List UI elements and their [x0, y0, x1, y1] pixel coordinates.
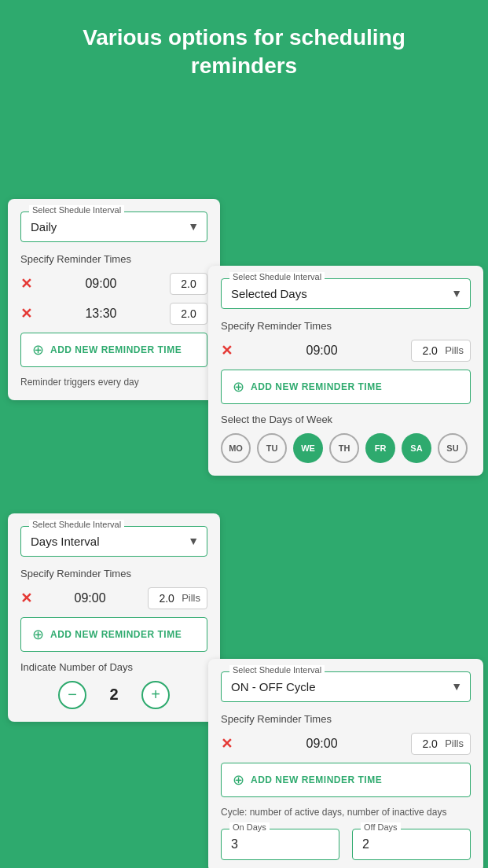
day-btn-tu[interactable]: TU	[257, 433, 287, 463]
page-title: Various options for scheduling reminders	[0, 0, 488, 97]
day-btn-sa[interactable]: SA	[402, 433, 431, 463]
days-of-week-label: Select the Days of Week	[221, 414, 471, 425]
daily-footer-note: Reminder triggers every day	[20, 377, 207, 388]
reminder-times-label-cycle: Specify Reminder Times	[221, 713, 471, 725]
remove-reminder-1-daily[interactable]: ✕	[20, 275, 32, 292]
off-days-label: Off Days	[361, 822, 401, 832]
off-days-value: 2	[362, 837, 460, 851]
pill-amount-1-daily[interactable]: 2.0	[170, 273, 207, 295]
schedule-interval-select-daily[interactable]: Select Shedule Interval Daily ▼	[20, 211, 207, 242]
add-reminder-text-interval: ADD NEW REMINDER TIME	[50, 629, 182, 640]
reminder-times-label-daily: Specify Reminder Times	[20, 253, 207, 265]
add-reminder-text-cycle: ADD NEW REMINDER TIME	[251, 774, 382, 785]
interval-label: Indicate Number of Days	[20, 661, 207, 673]
pill-amount-1-cycle[interactable]: 2.0 Pills	[411, 733, 471, 755]
stepper-plus-btn[interactable]: +	[141, 681, 170, 709]
reminder-row-1-cycle: ✕ 09:00 2.0 Pills	[221, 733, 471, 755]
select-value-selected: Selected Days	[222, 279, 470, 308]
pill-amount-2-daily[interactable]: 2.0	[170, 303, 207, 325]
on-days-label: On Days	[229, 822, 270, 832]
reminder-time-1-cycle: 09:00	[240, 737, 403, 751]
add-reminder-btn-daily[interactable]: ⊕ ADD NEW REMINDER TIME	[20, 333, 207, 367]
day-btn-fr[interactable]: FR	[365, 433, 395, 463]
select-label-selected: Select Shedule Interval	[229, 272, 325, 281]
chevron-down-icon-selected: ▼	[451, 287, 462, 300]
pill-amount-1-interval[interactable]: 2.0 Pills	[148, 587, 207, 609]
day-btn-mo[interactable]: MO	[221, 433, 251, 463]
card-days-interval: Select Shedule Interval Days Interval ▼ …	[8, 513, 220, 722]
add-reminder-btn-cycle[interactable]: ⊕ ADD NEW REMINDER TIME	[221, 763, 471, 797]
plus-circle-icon-cycle: ⊕	[233, 771, 244, 789]
stepper-value: 2	[102, 686, 126, 704]
reminder-time-1-selected: 09:00	[240, 344, 403, 358]
plus-circle-icon-daily: ⊕	[32, 341, 44, 359]
remove-reminder-1-interval[interactable]: ✕	[20, 590, 32, 607]
schedule-interval-select-cycle[interactable]: Select Shedule Interval ON - OFF Cycle ▼	[221, 671, 471, 702]
card-on-off-cycle: Select Shedule Interval ON - OFF Cycle ▼…	[208, 659, 483, 868]
plus-circle-icon-selected: ⊕	[233, 378, 244, 395]
add-reminder-text-selected: ADD NEW REMINDER TIME	[251, 381, 382, 392]
chevron-down-icon-interval: ▼	[188, 535, 199, 547]
day-btn-we[interactable]: WE	[293, 433, 323, 463]
off-days-field[interactable]: Off Days 2	[352, 829, 471, 860]
cycle-days-row: On Days 3 Off Days 2	[221, 829, 471, 860]
schedule-interval-select-selected[interactable]: Select Shedule Interval Selected Days ▼	[221, 278, 471, 309]
remove-reminder-1-selected[interactable]: ✕	[221, 342, 233, 359]
add-reminder-btn-interval[interactable]: ⊕ ADD NEW REMINDER TIME	[20, 617, 207, 652]
day-btn-th[interactable]: TH	[329, 433, 359, 463]
select-label-cycle: Select Shedule Interval	[229, 665, 325, 675]
reminder-row-1-daily: ✕ 09:00 2.0	[20, 273, 207, 295]
on-days-field[interactable]: On Days 3	[221, 829, 339, 860]
add-reminder-btn-selected[interactable]: ⊕ ADD NEW REMINDER TIME	[221, 370, 471, 404]
select-label-daily: Select Shedule Interval	[29, 205, 124, 215]
reminder-time-1-interval: 09:00	[40, 591, 140, 605]
schedule-interval-select-interval[interactable]: Select Shedule Interval Days Interval ▼	[20, 526, 207, 557]
select-value-interval: Days Interval	[21, 527, 207, 556]
remove-reminder-1-cycle[interactable]: ✕	[221, 735, 233, 752]
reminder-row-2-daily: ✕ 13:30 2.0	[20, 303, 207, 325]
plus-circle-icon-interval: ⊕	[32, 626, 44, 643]
reminder-times-label-interval: Specify Reminder Times	[20, 568, 207, 579]
card-selected-days: Select Shedule Interval Selected Days ▼ …	[208, 266, 483, 476]
add-reminder-text-daily: ADD NEW REMINDER TIME	[50, 344, 182, 355]
days-row: MO TU WE TH FR SA SU	[221, 433, 471, 463]
on-days-value: 3	[231, 837, 329, 851]
card-daily: Select Shedule Interval Daily ▼ Specify …	[8, 199, 220, 400]
reminder-times-label-selected: Specify Reminder Times	[221, 320, 471, 332]
day-btn-su[interactable]: SU	[438, 433, 468, 463]
reminder-row-1-interval: ✕ 09:00 2.0 Pills	[20, 587, 207, 609]
pill-amount-1-selected[interactable]: 2.0 Pills	[411, 340, 471, 362]
stepper-row: − 2 +	[20, 681, 207, 709]
select-value-cycle: ON - OFF Cycle	[222, 672, 470, 701]
reminder-row-1-selected: ✕ 09:00 2.0 Pills	[221, 340, 471, 362]
reminder-time-1-daily: 09:00	[40, 277, 162, 291]
stepper-minus-btn[interactable]: −	[58, 681, 86, 709]
remove-reminder-2-daily[interactable]: ✕	[20, 305, 32, 322]
cycle-note: Cycle: number of active days, number of …	[221, 807, 471, 818]
select-label-interval: Select Shedule Interval	[29, 520, 124, 529]
chevron-down-icon-daily: ▼	[188, 220, 199, 233]
reminder-time-2-daily: 13:30	[40, 307, 162, 321]
select-value-daily: Daily	[21, 212, 207, 241]
chevron-down-icon-cycle: ▼	[451, 680, 462, 693]
